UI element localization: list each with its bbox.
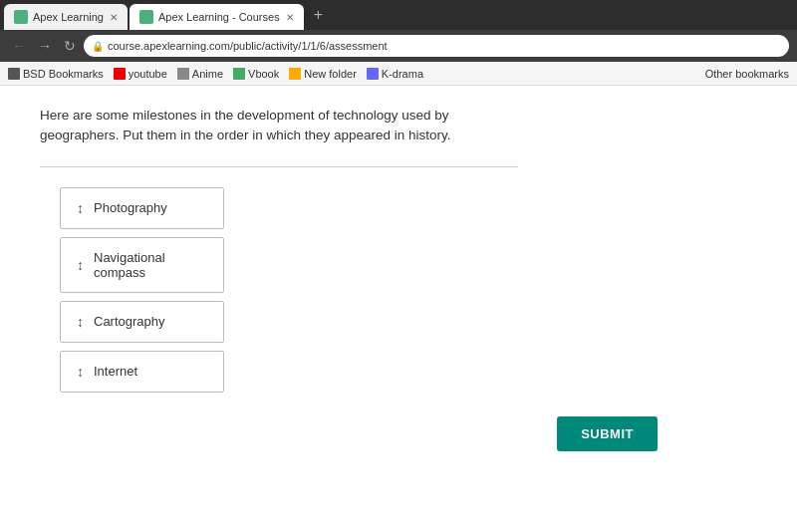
bookmark-label-kdrama: K-drama [382,68,423,80]
tab-label: Apex Learning [33,11,104,23]
address-bar[interactable]: 🔒 course.apexlearning.com/public/activit… [84,35,789,57]
bookmark-label-anime: Anime [192,68,223,80]
browser-chrome: Apex Learning ✕ Apex Learning - Courses … [0,0,797,62]
sortable-list: ↕ Photography ↕ Navigational compass ↕ C… [60,187,224,393]
bookmark-anime[interactable]: Anime [177,68,223,80]
sort-icon-internet: ↕ [77,364,84,380]
tab-favicon [14,10,28,24]
new-tab-button[interactable]: + [306,0,331,30]
bookmark-kdrama[interactable]: K-drama [367,68,423,80]
tab-apex-courses[interactable]: Apex Learning - Courses ✕ [130,4,304,30]
bookmark-label-folder: New folder [304,68,357,80]
page-content: Here are some milestones in the developm… [0,86,797,532]
bookmark-newfolder[interactable]: New folder [289,68,357,80]
sort-label-internet: Internet [94,364,137,379]
forward-button[interactable]: → [34,36,56,56]
sort-item-internet[interactable]: ↕ Internet [60,351,224,393]
bookmarks-bar: BSD Bookmarks youtube Anime Vbook New fo… [0,62,797,86]
bookmark-icon-vbook [233,68,245,80]
sort-item-photography[interactable]: ↕ Photography [60,187,224,229]
tab-favicon-active [139,10,153,24]
sort-icon-compass: ↕ [77,257,84,273]
sort-label-compass: Navigational compass [94,250,207,280]
divider [40,166,518,167]
bookmark-icon-folder [289,68,301,80]
bookmark-icon-kdrama [367,68,379,80]
nav-bar: ← → ↻ 🔒 course.apexlearning.com/public/a… [0,30,797,62]
bookmark-youtube[interactable]: youtube [114,68,167,80]
address-text: course.apexlearning.com/public/activity/… [108,40,388,52]
sort-item-compass[interactable]: ↕ Navigational compass [60,237,224,293]
bookmark-icon [8,68,20,80]
submit-area: SUBMIT [40,416,658,451]
sort-icon-cartography: ↕ [77,314,84,330]
question-text: Here are some milestones in the developm… [40,106,488,146]
bookmark-label-vbook: Vbook [248,68,279,80]
sort-item-cartography[interactable]: ↕ Cartography [60,301,224,343]
tab-active-label: Apex Learning - Courses [158,11,280,23]
submit-button[interactable]: SUBMIT [557,416,658,451]
refresh-button[interactable]: ↻ [60,36,80,56]
bookmark-icon-yt [114,68,126,80]
tab-bar: Apex Learning ✕ Apex Learning - Courses … [0,0,797,30]
bookmark-vbook[interactable]: Vbook [233,68,279,80]
sort-label-photography: Photography [94,200,167,215]
bookmark-label-yt: youtube [129,68,167,80]
tab-close-active-icon[interactable]: ✕ [286,12,294,23]
bookmark-icon-anime [177,68,189,80]
bookmark-bsd[interactable]: BSD Bookmarks [8,68,104,80]
tab-close-icon[interactable]: ✕ [110,12,118,23]
bookmark-label-other: Other bookmarks [705,68,789,80]
bookmark-other[interactable]: Other bookmarks [705,68,789,80]
sort-icon-photography: ↕ [77,200,84,216]
sort-label-cartography: Cartography [94,314,165,329]
lock-icon: 🔒 [92,41,104,52]
tab-apex-learning[interactable]: Apex Learning ✕ [4,4,128,30]
bookmark-label: BSD Bookmarks [23,68,104,80]
back-button[interactable]: ← [8,36,30,56]
